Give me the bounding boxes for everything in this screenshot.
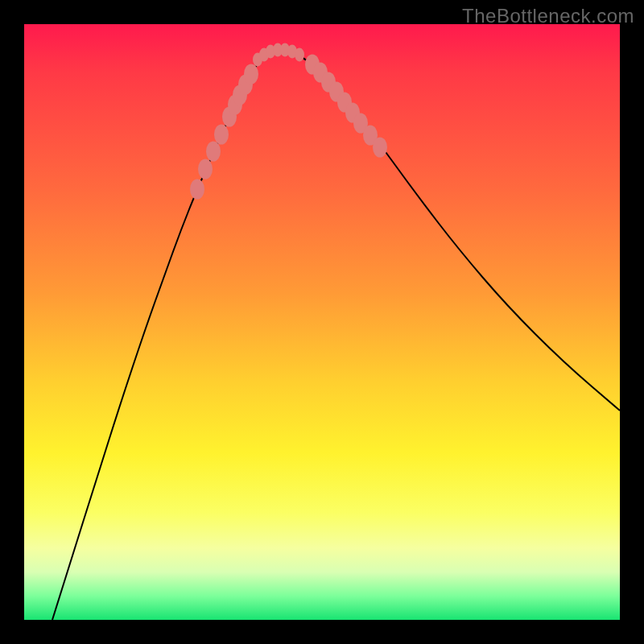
curve-svg xyxy=(24,24,620,620)
overlay-dot xyxy=(295,48,304,62)
outer-frame: TheBottleneck.com xyxy=(0,0,644,644)
overlay-dot xyxy=(373,137,387,157)
overlay-dot xyxy=(198,159,213,179)
dotted-overlay-left xyxy=(190,64,258,199)
dotted-overlay-right xyxy=(305,54,387,157)
plot-area xyxy=(24,24,620,620)
overlay-dot xyxy=(190,179,204,199)
overlay-dot xyxy=(214,124,229,144)
overlay-dot xyxy=(244,64,258,84)
overlay-dot xyxy=(206,141,221,161)
bottleneck-curve xyxy=(52,50,620,620)
dotted-overlay-bottom xyxy=(253,43,304,67)
